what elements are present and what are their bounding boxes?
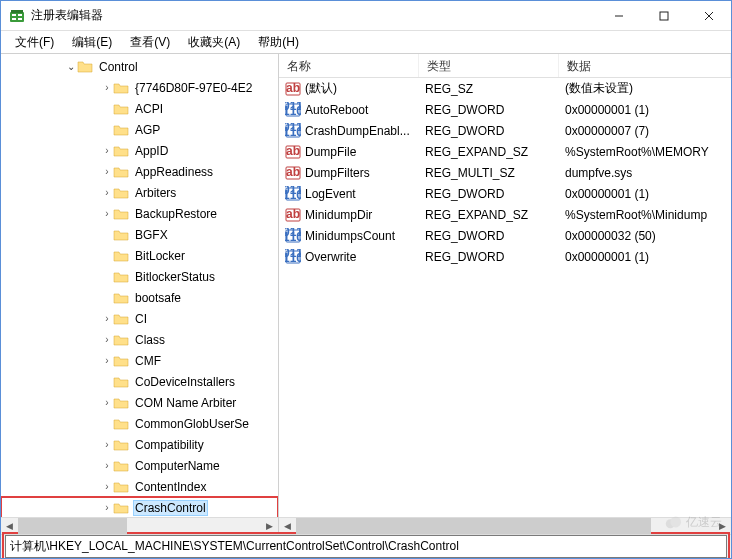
- chevron-right-icon[interactable]: ›: [101, 398, 113, 408]
- chevron-right-icon[interactable]: ›: [101, 503, 113, 513]
- tree-label: ContentIndex: [133, 479, 208, 495]
- folder-icon: [113, 416, 129, 432]
- tree-label: AGP: [133, 122, 162, 138]
- list-row[interactable]: abDumpFileREG_EXPAND_SZ%SystemRoot%\MEMO…: [279, 141, 731, 162]
- path-text[interactable]: 计算机\HKEY_LOCAL_MACHINE\SYSTEM\CurrentCon…: [5, 535, 727, 558]
- chevron-right-icon[interactable]: ›: [101, 461, 113, 471]
- tree-row[interactable]: ›{7746D80F-97E0-4E2: [1, 77, 278, 98]
- chevron-right-icon[interactable]: ›: [101, 167, 113, 177]
- tree-row[interactable]: ›ComputerName: [1, 455, 278, 476]
- chevron-right-icon[interactable]: ›: [101, 356, 113, 366]
- folder-icon: [113, 80, 129, 96]
- column-data[interactable]: 数据: [559, 54, 731, 77]
- cell-type: REG_DWORD: [419, 187, 559, 201]
- tree-row[interactable]: ›ContentIndex: [1, 476, 278, 497]
- cell-type: REG_EXPAND_SZ: [419, 208, 559, 222]
- list-row[interactable]: 011110LogEventREG_DWORD0x00000001 (1): [279, 183, 731, 204]
- cell-name: abDumpFile: [279, 144, 419, 160]
- column-type[interactable]: 类型: [419, 54, 559, 77]
- tree-row[interactable]: bootsafe: [1, 287, 278, 308]
- cell-data: 0x00000032 (50): [559, 229, 731, 243]
- tree-row[interactable]: BitlockerStatus: [1, 266, 278, 287]
- chevron-right-icon[interactable]: ›: [101, 335, 113, 345]
- scroll-left-icon[interactable]: ◀: [279, 518, 296, 535]
- chevron-down-icon[interactable]: ⌄: [65, 62, 77, 72]
- tree-row[interactable]: ›CMF: [1, 350, 278, 371]
- chevron-right-icon[interactable]: ›: [101, 482, 113, 492]
- list-row[interactable]: 011110AutoRebootREG_DWORD0x00000001 (1): [279, 99, 731, 120]
- menu-favorites[interactable]: 收藏夹(A): [180, 32, 248, 53]
- maximize-button[interactable]: [641, 1, 686, 31]
- list-row[interactable]: abDumpFiltersREG_MULTI_SZdumpfve.sys: [279, 162, 731, 183]
- tree-row[interactable]: ›Class: [1, 329, 278, 350]
- cell-name: 011110LogEvent: [279, 186, 419, 202]
- tree-label: bootsafe: [133, 290, 183, 306]
- folder-icon: [113, 122, 129, 138]
- folder-open-icon: [77, 59, 93, 75]
- tree-label: BitLocker: [133, 248, 187, 264]
- tree-label: CrashControl: [133, 500, 208, 516]
- tree-row-control[interactable]: ⌄ Control: [1, 56, 278, 77]
- reg-dword-icon: 011110: [285, 186, 301, 202]
- tree-row[interactable]: ›AppReadiness: [1, 161, 278, 182]
- folder-icon: [113, 395, 129, 411]
- folder-icon: [113, 311, 129, 327]
- value-name: (默认): [305, 80, 337, 97]
- column-name[interactable]: 名称: [279, 54, 419, 77]
- tree-row[interactable]: ACPI: [1, 98, 278, 119]
- tree-row[interactable]: BitLocker: [1, 245, 278, 266]
- tree-row[interactable]: ›CI: [1, 308, 278, 329]
- menu-help[interactable]: 帮助(H): [250, 32, 307, 53]
- folder-icon: [113, 353, 129, 369]
- scroll-track[interactable]: [18, 518, 261, 535]
- tree-label: CMF: [133, 353, 163, 369]
- tree-row[interactable]: ›AppID: [1, 140, 278, 161]
- reg-dword-icon: 011110: [285, 249, 301, 265]
- list-row[interactable]: 011110MinidumpsCountREG_DWORD0x00000032 …: [279, 225, 731, 246]
- list-body[interactable]: ab(默认)REG_SZ(数值未设置)011110AutoRebootREG_D…: [279, 78, 731, 517]
- tree-label: CI: [133, 311, 149, 327]
- chevron-right-icon[interactable]: ›: [101, 440, 113, 450]
- cell-type: REG_MULTI_SZ: [419, 166, 559, 180]
- tree-label: CommonGlobUserSe: [133, 416, 251, 432]
- scroll-left-icon[interactable]: ◀: [1, 518, 18, 535]
- menu-edit[interactable]: 编辑(E): [64, 32, 120, 53]
- tree-row[interactable]: ›Arbiters: [1, 182, 278, 203]
- cell-data: 0x00000007 (7): [559, 124, 731, 138]
- close-button[interactable]: [686, 1, 731, 31]
- tree-row[interactable]: ›CrashControl: [1, 497, 278, 517]
- tree-row[interactable]: BGFX: [1, 224, 278, 245]
- scroll-right-icon[interactable]: ▶: [261, 518, 278, 535]
- svg-rect-4: [18, 18, 22, 20]
- cell-data: %SystemRoot%\Minidump: [559, 208, 731, 222]
- list-row[interactable]: abMinidumpDirREG_EXPAND_SZ%SystemRoot%\M…: [279, 204, 731, 225]
- chevron-right-icon[interactable]: ›: [101, 209, 113, 219]
- tree-scrollbar-h[interactable]: ◀ ▶: [1, 517, 278, 534]
- chevron-right-icon[interactable]: ›: [101, 146, 113, 156]
- tree-row[interactable]: AGP: [1, 119, 278, 140]
- tree-label: AppReadiness: [133, 164, 215, 180]
- chevron-right-icon[interactable]: ›: [101, 83, 113, 93]
- menu-file[interactable]: 文件(F): [7, 32, 62, 53]
- tree-row[interactable]: CoDeviceInstallers: [1, 371, 278, 392]
- cell-name: 011110Overwrite: [279, 249, 419, 265]
- folder-icon: [113, 206, 129, 222]
- reg-dword-icon: 011110: [285, 102, 301, 118]
- regedit-app-icon: [9, 8, 25, 24]
- list-row[interactable]: 011110OverwriteREG_DWORD0x00000001 (1): [279, 246, 731, 267]
- list-row[interactable]: 011110CrashDumpEnabl...REG_DWORD0x000000…: [279, 120, 731, 141]
- tree-row[interactable]: CommonGlobUserSe: [1, 413, 278, 434]
- tree-row[interactable]: ›BackupRestore: [1, 203, 278, 224]
- titlebar: 注册表编辑器: [1, 1, 731, 31]
- list-row[interactable]: ab(默认)REG_SZ(数值未设置): [279, 78, 731, 99]
- tree-scroll[interactable]: ⌄ Control ›{7746D80F-97E0-4E2ACPIAGP›App…: [1, 54, 278, 517]
- folder-icon: [113, 458, 129, 474]
- tree-row[interactable]: ›Compatibility: [1, 434, 278, 455]
- minimize-button[interactable]: [596, 1, 641, 31]
- chevron-right-icon[interactable]: ›: [101, 188, 113, 198]
- cell-data: 0x00000001 (1): [559, 250, 731, 264]
- tree-row[interactable]: ›COM Name Arbiter: [1, 392, 278, 413]
- menu-view[interactable]: 查看(V): [122, 32, 178, 53]
- scroll-track[interactable]: [296, 518, 714, 535]
- chevron-right-icon[interactable]: ›: [101, 314, 113, 324]
